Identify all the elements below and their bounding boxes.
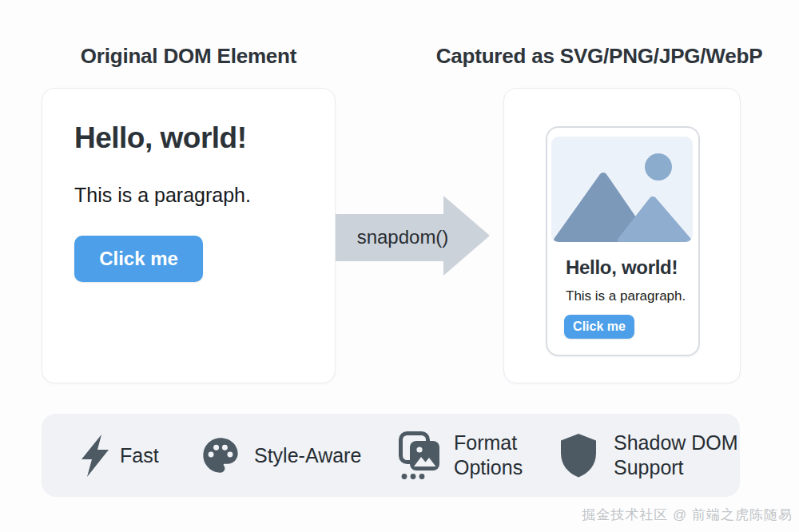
captured-output-card: Hello, world! This is a paragraph. Click… — [503, 88, 741, 383]
image-placeholder-icon — [551, 137, 693, 242]
original-paragraph: This is a paragraph. — [74, 181, 251, 208]
captured-paragraph: This is a paragraph. — [566, 288, 686, 305]
snapdom-call-label: snapdom() — [339, 226, 467, 248]
feature-style-aware-label: Style-Aware — [254, 443, 361, 468]
feature-shadow-dom-label: Shadow DOM Support — [614, 431, 748, 480]
image-placeholder — [551, 137, 693, 242]
lightning-icon — [80, 435, 110, 477]
snapdom-diagram: Original DOM Element Captured as SVG/PNG… — [0, 0, 799, 532]
original-title: Hello, world! — [74, 121, 247, 156]
feature-fast-label: Fast — [120, 443, 159, 468]
original-dom-heading: Original DOM Element — [42, 43, 336, 69]
feature-format-options: Format Options — [398, 414, 540, 497]
click-me-button[interactable]: Click me — [74, 236, 203, 282]
watermark: 掘金技术社区 @ 前端之虎陈随易 — [582, 506, 793, 524]
feature-style-aware: Style-Aware — [200, 414, 361, 497]
captured-title: Hello, world! — [566, 256, 678, 280]
features-bar: Fast Style-Aware Format Option — [42, 414, 740, 497]
photos-icon — [398, 431, 444, 480]
feature-shadow-dom: Shadow DOM Support — [559, 414, 748, 497]
shield-icon — [559, 433, 598, 478]
captured-heading: Captured as SVG/PNG/JPG/WebP — [407, 43, 791, 69]
palette-icon — [200, 435, 241, 476]
captured-click-me-button: Click me — [564, 315, 634, 339]
captured-preview-card: Hello, world! This is a paragraph. Click… — [546, 126, 700, 356]
feature-fast: Fast — [80, 414, 159, 497]
feature-format-options-label: Format Options — [454, 431, 540, 480]
original-dom-card: Hello, world! This is a paragraph. Click… — [42, 88, 336, 383]
